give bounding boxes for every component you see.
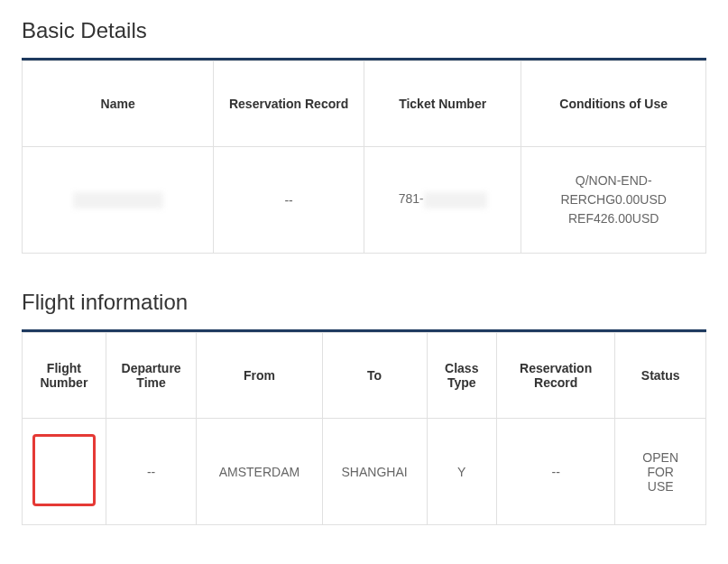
header-to: To [322, 333, 427, 419]
header-conditions: Conditions of Use [521, 61, 706, 147]
redacted-name [73, 192, 163, 208]
header-departure-time: Departure Time [106, 333, 197, 419]
cell-ticket-number: 781- [364, 147, 521, 254]
cell-flight-number [23, 419, 106, 525]
cell-reservation-record: -- [496, 419, 614, 525]
table-row: -- 781- Q/NON-END- RERCHG0.00USD REF426.… [23, 147, 706, 254]
redacted-ticket-suffix [424, 192, 487, 208]
header-reservation-record: Reservation Record [214, 61, 364, 147]
status-line2: FOR [647, 465, 674, 479]
status-line1: OPEN [642, 450, 678, 465]
header-class-type: Class Type [427, 333, 496, 419]
conditions-line1: Q/NON-END- [576, 173, 652, 188]
cell-reservation-record: -- [214, 147, 364, 254]
flight-info-table-wrap: Flight Number Departure Time From To Cla… [22, 329, 706, 525]
cell-status: OPEN FOR USE [615, 419, 706, 525]
header-flight-number: Flight Number [23, 333, 106, 419]
flight-info-table: Flight Number Departure Time From To Cla… [22, 332, 706, 525]
cell-class-type: Y [427, 419, 496, 525]
highlight-box [32, 434, 96, 506]
basic-details-table: Name Reservation Record Ticket Number Co… [22, 60, 706, 254]
table-row: -- AMSTERDAM SHANGHAI Y -- OPEN FOR USE [23, 419, 706, 525]
cell-from: AMSTERDAM [197, 419, 322, 525]
cell-departure-time: -- [106, 419, 197, 525]
cell-to: SHANGHAI [322, 419, 427, 525]
table-header-row: Name Reservation Record Ticket Number Co… [23, 61, 706, 147]
status-line3: USE [648, 479, 674, 494]
conditions-line2: RERCHG0.00USD [560, 192, 666, 207]
header-from: From [197, 333, 322, 419]
conditions-line3: REF426.00USD [568, 211, 659, 226]
table-header-row: Flight Number Departure Time From To Cla… [23, 333, 706, 419]
header-name: Name [23, 61, 214, 147]
ticket-prefix: 781- [399, 191, 424, 206]
cell-conditions: Q/NON-END- RERCHG0.00USD REF426.00USD [521, 147, 706, 254]
basic-details-heading: Basic Details [22, 18, 706, 43]
header-ticket-number: Ticket Number [364, 61, 521, 147]
basic-details-table-wrap: Name Reservation Record Ticket Number Co… [22, 58, 706, 254]
cell-name [23, 147, 214, 254]
header-reservation-record: Reservation Record [496, 333, 614, 419]
flight-info-heading: Flight information [22, 290, 706, 315]
header-status: Status [615, 333, 706, 419]
